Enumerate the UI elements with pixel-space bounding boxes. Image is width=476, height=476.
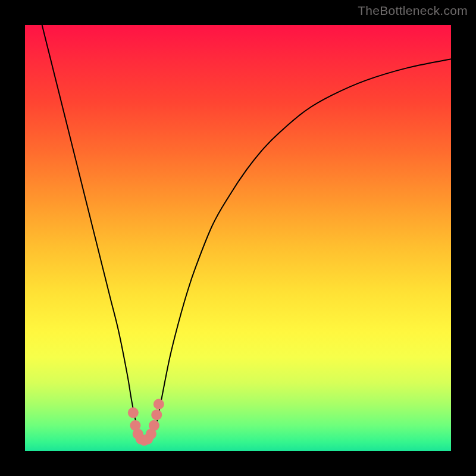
plot-area [25,25,451,451]
highlight-dot [151,409,162,420]
curve-layer [25,25,451,451]
highlight-dot [154,399,164,409]
watermark-text: TheBottleneck.com [358,4,468,18]
bottleneck-curve-path [42,25,451,443]
bottleneck-curve [42,25,451,443]
highlight-dots [128,399,164,446]
highlight-dot [149,420,159,431]
highlight-dot [128,408,139,418]
chart-frame: TheBottleneck.com [0,0,476,476]
